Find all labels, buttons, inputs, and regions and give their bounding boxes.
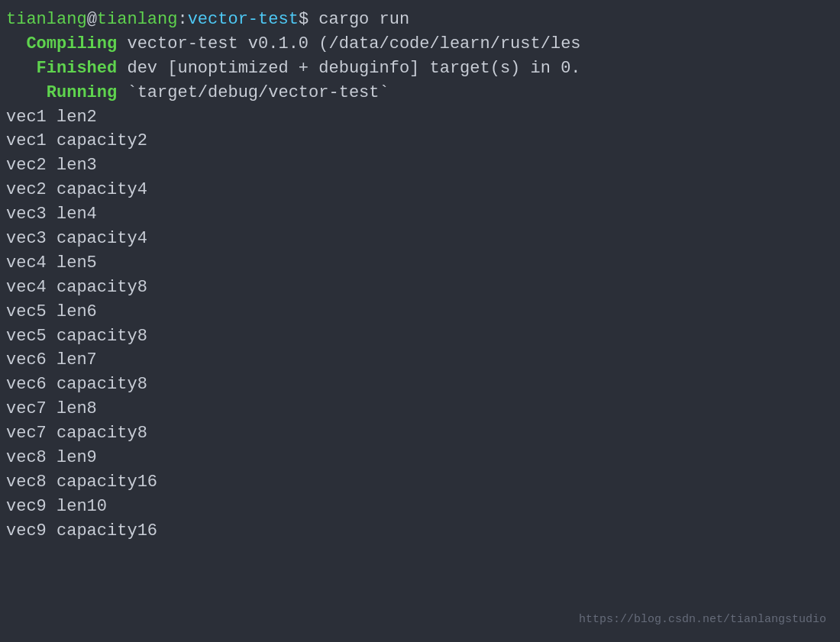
output-line: vec8 capacity16 [0, 470, 840, 495]
output-line: vec6 capacity8 [0, 373, 840, 397]
finished-line: Finished dev [unoptimized + debuginfo] t… [0, 56, 840, 81]
output-line: vec9 capacity16 [0, 519, 840, 544]
finished-label: Finished [6, 59, 117, 78]
output-line: vec5 capacity8 [0, 324, 840, 349]
output-line: vec3 len4 [0, 202, 840, 227]
output-line: vec1 capacity2 [0, 129, 840, 153]
output-line: vec1 len2 [0, 105, 840, 130]
running-text: `target/debug/vector-test` [117, 83, 389, 102]
finished-text: dev [unoptimized + debuginfo] target(s) … [117, 59, 580, 78]
prompt-line: tianlang@tianlang:vector-test$ cargo run [0, 8, 840, 32]
prompt-host: tianlang [97, 10, 178, 29]
prompt-dir: vector-test [188, 10, 299, 29]
output-line: vec9 len10 [0, 495, 840, 519]
output-line: vec4 len5 [0, 251, 840, 276]
terminal-window: tianlang@tianlang:vector-test$ cargo run… [0, 0, 840, 642]
output-line: vec7 len8 [0, 397, 840, 421]
output-line: vec2 len3 [0, 153, 840, 178]
output-section: vec1 len2vec1 capacity2vec2 len3vec2 cap… [0, 105, 840, 544]
prompt-user: tianlang [6, 10, 87, 29]
output-line: vec3 capacity4 [0, 227, 840, 251]
prompt-dollar: $ [299, 10, 309, 29]
running-label: Running [6, 83, 117, 102]
compiling-label: Compiling [6, 34, 117, 53]
running-line: Running `target/debug/vector-test` [0, 81, 840, 105]
output-line: vec6 len7 [0, 348, 840, 373]
compiling-text: vector-test v0.1.0 (/data/code/learn/rus… [117, 34, 580, 53]
output-line: vec7 capacity8 [0, 421, 840, 446]
output-line: vec4 capacity8 [0, 276, 840, 300]
output-line: vec5 len6 [0, 300, 840, 324]
output-line: vec2 capacity4 [0, 178, 840, 202]
compiling-line: Compiling vector-test v0.1.0 (/data/code… [0, 32, 840, 56]
output-line: vec8 len9 [0, 446, 840, 470]
prompt-at: @ [87, 10, 97, 29]
watermark: https://blog.csdn.net/tianlangstudio [579, 611, 826, 628]
prompt-cmd: cargo run [309, 10, 409, 29]
prompt-colon: : [177, 10, 187, 29]
